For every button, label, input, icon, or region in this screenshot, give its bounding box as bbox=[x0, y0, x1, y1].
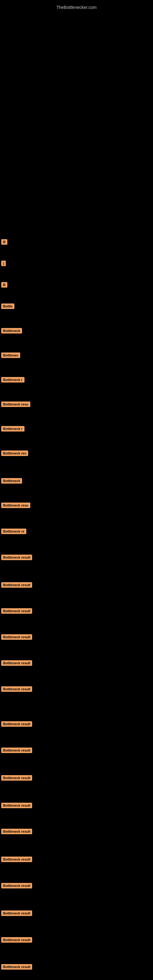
bottleneck-badge-row: Bottleneck resu bbox=[1, 502, 30, 508]
bottleneck-badge-row: Bottleneck result bbox=[1, 802, 32, 808]
bottleneck-result-badge[interactable]: Bottleneck bbox=[1, 328, 22, 334]
bottleneck-result-badge[interactable]: Bottleneck result bbox=[1, 910, 32, 916]
bottleneck-badge-row: Bottleneck result bbox=[1, 721, 32, 727]
bottleneck-result-badge[interactable]: | bbox=[1, 261, 6, 266]
bottleneck-result-badge[interactable]: Bottleneck result bbox=[1, 964, 32, 970]
bottleneck-badge-row: B bbox=[1, 239, 7, 245]
bottleneck-result-badge[interactable]: Bottleneck result bbox=[1, 608, 32, 614]
bottleneck-badge-row: Bottleneck result bbox=[1, 608, 32, 614]
bottleneck-result-badge[interactable]: Bottleneck r bbox=[1, 426, 24, 431]
bottleneck-badge-row: Bottleneck res bbox=[1, 450, 28, 456]
bottleneck-badge-row: Bottleneck re bbox=[1, 528, 26, 534]
bottleneck-badge-row: Bottleneck result bbox=[1, 883, 32, 888]
bottleneck-badge-row: Bottleneck resu bbox=[1, 401, 30, 407]
bottleneck-result-badge[interactable]: Bottleneck result bbox=[1, 829, 32, 834]
bottleneck-badge-row: Bottleneck r bbox=[1, 426, 24, 431]
bottleneck-result-badge[interactable]: Bottleneck result bbox=[1, 555, 32, 560]
bottleneck-badge-row: Bottleneck result bbox=[1, 964, 32, 970]
bottleneck-badge-row: B bbox=[1, 282, 7, 288]
bottleneck-badge-row: Bottleneck result bbox=[1, 747, 32, 753]
bottleneck-badge-row: Bottleneck result bbox=[1, 937, 32, 943]
bottleneck-badge-row: Bottleneck r bbox=[1, 377, 24, 382]
bottleneck-result-badge[interactable]: Bottleneck result bbox=[1, 721, 32, 727]
bottleneck-badge-row: Bottleneck result bbox=[1, 775, 32, 781]
bottleneck-badge-row: Bottleneck result bbox=[1, 660, 32, 666]
bottleneck-result-badge[interactable]: Bottleneck resu bbox=[1, 401, 30, 407]
bottleneck-badge-row: Bottle bbox=[1, 303, 14, 309]
bottleneck-badge-row: Bottleneck result bbox=[1, 910, 32, 916]
bottleneck-badge-row: Bottleneck bbox=[1, 478, 22, 484]
bottleneck-result-badge[interactable]: Bottle bbox=[1, 304, 14, 309]
bottleneck-result-badge[interactable]: Bottleneck bbox=[1, 478, 22, 484]
bottleneck-result-badge[interactable]: Bottleneck result bbox=[1, 660, 32, 666]
bottleneck-badge-row: Bottleneck result bbox=[1, 554, 32, 560]
bottleneck-result-badge[interactable]: Bottleneck result bbox=[1, 686, 32, 692]
bottleneck-badge-row: | bbox=[1, 260, 6, 266]
bottleneck-result-badge[interactable]: Bottleneck re bbox=[1, 528, 26, 534]
bottleneck-result-badge[interactable]: Bottleneck r bbox=[1, 377, 24, 382]
bottleneck-badge-row: Bottleneck result bbox=[1, 582, 32, 588]
site-title: TheBottlenecker.com bbox=[0, 2, 153, 10]
bottleneck-result-badge[interactable]: Bottleneck result bbox=[1, 775, 32, 781]
bottleneck-result-badge[interactable]: B bbox=[1, 282, 7, 288]
bottleneck-badge-row: Bottleneck result bbox=[1, 829, 32, 834]
bottleneck-badge-row: Bottlenec bbox=[1, 352, 20, 358]
bottleneck-result-badge[interactable]: Bottleneck result bbox=[1, 883, 32, 888]
bottleneck-result-badge[interactable]: Bottleneck resu bbox=[1, 503, 30, 508]
bottleneck-badge-row: Bottleneck result bbox=[1, 686, 32, 692]
bottleneck-result-badge[interactable]: Bottleneck result bbox=[1, 582, 32, 588]
bottleneck-badge-row: Bottleneck result bbox=[1, 634, 32, 640]
bottleneck-result-badge[interactable]: Bottlenec bbox=[1, 353, 20, 358]
bottleneck-badge-row: Bottleneck result bbox=[1, 856, 32, 862]
bottleneck-result-badge[interactable]: Bottleneck result bbox=[1, 803, 32, 808]
bottleneck-result-badge[interactable]: B bbox=[1, 239, 7, 245]
bottleneck-result-badge[interactable]: Bottleneck res bbox=[1, 450, 28, 456]
bottleneck-result-badge[interactable]: Bottleneck result bbox=[1, 857, 32, 862]
bottleneck-result-badge[interactable]: Bottleneck result bbox=[1, 937, 32, 943]
bottleneck-result-badge[interactable]: Bottleneck result bbox=[1, 634, 32, 640]
bottleneck-badge-row: Bottleneck bbox=[1, 328, 22, 334]
bottleneck-result-badge[interactable]: Bottleneck result bbox=[1, 748, 32, 753]
